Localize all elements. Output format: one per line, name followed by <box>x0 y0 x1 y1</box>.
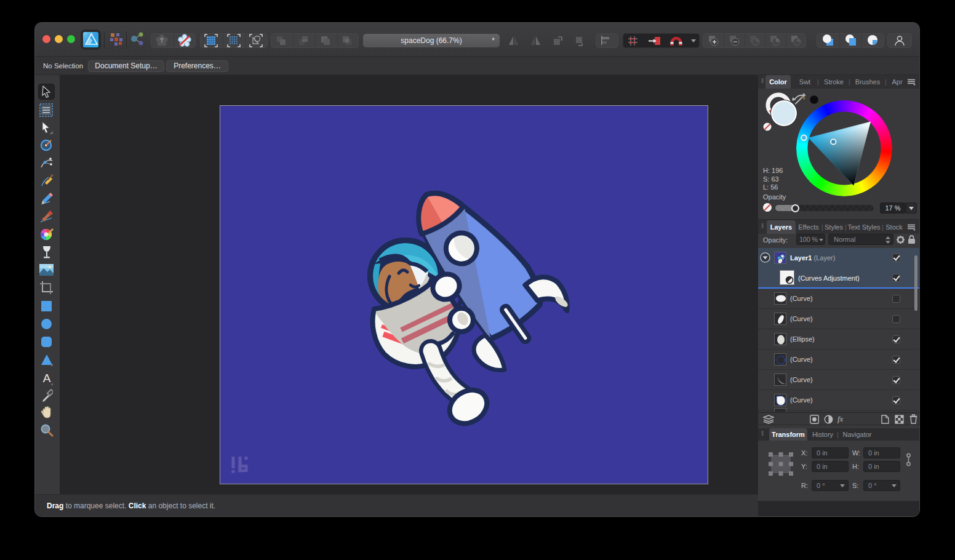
svg-text:A: A <box>43 372 51 385</box>
